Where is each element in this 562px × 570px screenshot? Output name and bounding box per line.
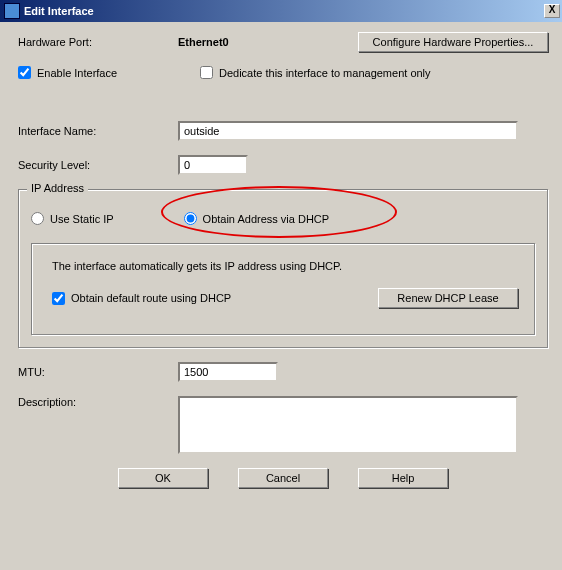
dedicate-mgmt-label: Dedicate this interface to management on… <box>219 67 431 79</box>
ip-address-legend: IP Address <box>27 182 88 194</box>
obtain-dhcp-label: Obtain Address via DHCP <box>203 213 330 225</box>
interface-name-label: Interface Name: <box>18 125 178 137</box>
description-input[interactable] <box>178 396 518 454</box>
description-label: Description: <box>18 396 178 408</box>
ok-button[interactable]: OK <box>118 468 208 488</box>
help-button[interactable]: Help <box>358 468 448 488</box>
mtu-input[interactable] <box>178 362 278 382</box>
enable-interface-input[interactable] <box>18 66 31 79</box>
ip-address-group: IP Address Use Static IP Obtain Address … <box>18 189 548 348</box>
dedicate-mgmt-checkbox[interactable]: Dedicate this interface to management on… <box>200 66 431 79</box>
obtain-default-route-input[interactable] <box>52 292 65 305</box>
cancel-button[interactable]: Cancel <box>238 468 328 488</box>
renew-dhcp-button[interactable]: Renew DHCP Lease <box>378 288 518 308</box>
mtu-label: MTU: <box>18 366 178 378</box>
obtain-default-route-label: Obtain default route using DHCP <box>71 292 231 304</box>
title-bar: Edit Interface X <box>0 0 562 22</box>
enable-interface-label: Enable Interface <box>37 67 117 79</box>
security-level-input[interactable] <box>178 155 248 175</box>
enable-interface-checkbox[interactable]: Enable Interface <box>18 66 178 79</box>
hardware-port-value: Ethernet0 <box>178 36 358 48</box>
dhcp-details-box: The interface automatically gets its IP … <box>31 243 535 335</box>
dedicate-mgmt-input[interactable] <box>200 66 213 79</box>
obtain-dhcp-input[interactable] <box>184 212 197 225</box>
close-button[interactable]: X <box>544 4 560 18</box>
security-level-label: Security Level: <box>18 159 178 171</box>
use-static-ip-label: Use Static IP <box>50 213 114 225</box>
window-title: Edit Interface <box>24 5 544 17</box>
app-icon <box>4 3 20 19</box>
configure-hardware-button[interactable]: Configure Hardware Properties... <box>358 32 548 52</box>
use-static-ip-radio[interactable]: Use Static IP <box>31 212 114 225</box>
dhcp-info-text: The interface automatically gets its IP … <box>52 260 518 272</box>
interface-name-input[interactable] <box>178 121 518 141</box>
use-static-ip-input[interactable] <box>31 212 44 225</box>
obtain-dhcp-radio[interactable]: Obtain Address via DHCP <box>184 212 330 225</box>
obtain-default-route-checkbox[interactable]: Obtain default route using DHCP <box>52 292 231 305</box>
hardware-port-label: Hardware Port: <box>18 36 178 48</box>
